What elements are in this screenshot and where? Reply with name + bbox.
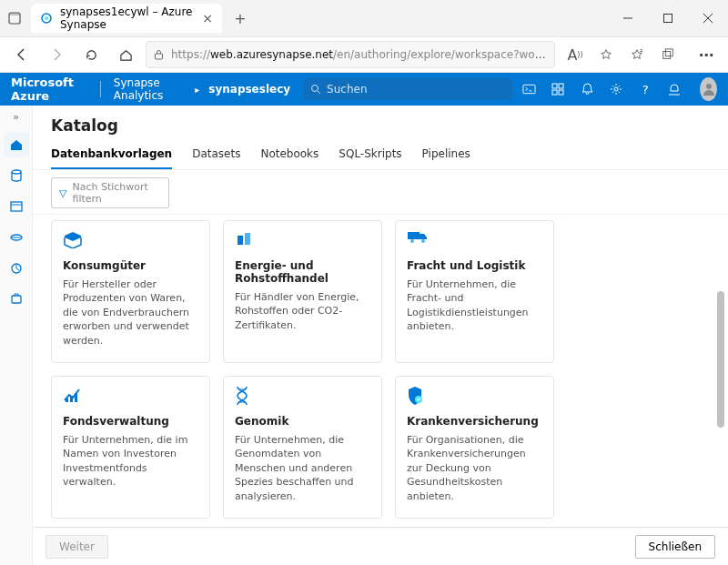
svg-rect-19 bbox=[559, 90, 563, 95]
user-avatar[interactable] bbox=[700, 77, 717, 101]
crumb-service[interactable]: Synapse Analytics bbox=[114, 76, 186, 102]
address-bar[interactable]: https://web.azuresynapse.net/en/authorin… bbox=[146, 41, 555, 68]
card-fondsverwaltung[interactable]: Fondsverwaltung Für Unternehmen, die im … bbox=[51, 376, 210, 519]
global-search[interactable] bbox=[303, 78, 512, 100]
left-rail: » bbox=[0, 106, 33, 565]
filter-placeholder: Nach Stichwort filtern bbox=[72, 181, 161, 205]
svg-rect-23 bbox=[11, 202, 22, 211]
catalog-tabs: Datenbankvorlagen Datasets Notebooks SQL… bbox=[33, 140, 728, 170]
settings-icon[interactable] bbox=[603, 76, 629, 102]
card-fracht[interactable]: Fracht und Logistik Für Unternehmen, die… bbox=[395, 220, 554, 363]
svg-point-22 bbox=[12, 170, 21, 174]
dna-icon bbox=[235, 386, 370, 408]
dialog-footer: Weiter Schließen bbox=[33, 527, 728, 565]
window-titlebar: synapses1ecywl – Azure Synapse × + bbox=[0, 0, 728, 36]
svg-rect-35 bbox=[70, 396, 73, 402]
card-konsumgueter[interactable]: Konsumgüter Für Hersteller oder Produzen… bbox=[51, 220, 210, 363]
search-icon bbox=[310, 84, 321, 95]
tabs-icon[interactable] bbox=[7, 11, 22, 25]
home-button[interactable] bbox=[111, 40, 140, 69]
search-input[interactable] bbox=[327, 83, 505, 96]
svg-rect-16 bbox=[552, 84, 557, 88]
tab-sql-skripts[interactable]: SQL-Skripts bbox=[339, 140, 401, 169]
feedback-icon[interactable] bbox=[662, 76, 687, 102]
notifications-icon[interactable] bbox=[574, 76, 600, 102]
svg-rect-36 bbox=[75, 393, 77, 402]
synapse-favicon-icon bbox=[40, 12, 53, 25]
maximize-button[interactable] bbox=[648, 4, 688, 33]
rail-manage-icon[interactable] bbox=[4, 287, 29, 312]
svg-point-20 bbox=[614, 87, 618, 91]
close-window-button[interactable] bbox=[688, 4, 728, 33]
url-text: https://web.azuresynapse.net/en/authorin… bbox=[171, 48, 547, 61]
keyword-filter[interactable]: ▽ Nach Stichwort filtern bbox=[51, 177, 169, 208]
rail-develop-icon[interactable] bbox=[4, 194, 29, 219]
azure-header: Microsoft Azure Synapse Analytics ▸ syna… bbox=[0, 73, 728, 106]
favorites-list-icon[interactable] bbox=[622, 40, 652, 69]
help-icon[interactable]: ? bbox=[632, 76, 658, 102]
svg-rect-31 bbox=[408, 232, 420, 239]
rail-integrate-icon[interactable] bbox=[4, 225, 29, 250]
divider bbox=[100, 81, 101, 97]
template-cards-grid: Konsumgüter Für Hersteller oder Produzen… bbox=[33, 215, 728, 527]
tab-notebooks[interactable]: Notebooks bbox=[260, 140, 318, 169]
menu-icon[interactable]: ⋯ bbox=[692, 40, 721, 69]
brand-label[interactable]: Microsoft Azure bbox=[11, 76, 87, 103]
tab-datenbankvorlagen[interactable]: Datenbankvorlagen bbox=[51, 140, 172, 169]
chart-icon bbox=[63, 386, 198, 408]
rail-monitor-icon[interactable] bbox=[4, 256, 29, 281]
svg-rect-34 bbox=[66, 399, 68, 402]
page-title: Katalog bbox=[33, 106, 728, 140]
refresh-button[interactable] bbox=[76, 40, 106, 69]
energy-icon bbox=[235, 230, 370, 252]
favorite-icon[interactable] bbox=[592, 40, 621, 69]
crumb-workspace[interactable]: synapseslecy bbox=[208, 83, 290, 96]
svg-rect-29 bbox=[238, 236, 243, 245]
svg-rect-17 bbox=[559, 84, 563, 88]
card-energie[interactable]: Energie- und Rohstoffhandel Für Händler … bbox=[223, 220, 382, 363]
expand-rail-icon[interactable]: » bbox=[13, 111, 19, 123]
svg-rect-15 bbox=[523, 85, 535, 93]
svg-line-14 bbox=[318, 91, 320, 94]
close-tab-icon[interactable]: × bbox=[202, 11, 213, 25]
svg-rect-1 bbox=[9, 13, 20, 15]
svg-rect-28 bbox=[12, 296, 21, 303]
svg-point-32 bbox=[410, 239, 414, 243]
close-button[interactable]: Schließen bbox=[635, 535, 715, 559]
rail-data-icon[interactable] bbox=[4, 163, 29, 188]
chevron-right-icon: ▸ bbox=[195, 85, 199, 95]
read-aloud-icon[interactable]: A)) bbox=[561, 40, 590, 69]
rail-home-icon[interactable] bbox=[4, 132, 29, 157]
minimize-button[interactable] bbox=[608, 4, 648, 33]
svg-point-3 bbox=[45, 16, 48, 20]
directory-switch-icon[interactable] bbox=[545, 76, 571, 102]
tab-datasets[interactable]: Datasets bbox=[192, 140, 240, 169]
scrollbar[interactable] bbox=[717, 218, 724, 523]
forward-button[interactable] bbox=[42, 40, 71, 69]
svg-rect-18 bbox=[552, 90, 557, 95]
svg-point-21 bbox=[706, 84, 712, 89]
svg-rect-8 bbox=[156, 54, 163, 59]
cloud-shell-icon[interactable] bbox=[516, 76, 541, 102]
tab-pipelines[interactable]: Pipelines bbox=[422, 140, 470, 169]
svg-rect-12 bbox=[665, 49, 672, 56]
lock-icon bbox=[154, 49, 164, 60]
card-krankenversicherung[interactable]: Krankenversicherung Für Organisationen, … bbox=[395, 376, 554, 519]
back-button[interactable] bbox=[7, 40, 36, 69]
box-icon bbox=[63, 230, 198, 252]
svg-rect-30 bbox=[245, 233, 250, 245]
scrollbar-thumb[interactable] bbox=[717, 291, 724, 428]
svg-rect-11 bbox=[663, 52, 671, 59]
next-button[interactable]: Weiter bbox=[46, 535, 108, 559]
svg-point-33 bbox=[421, 239, 425, 243]
filter-icon: ▽ bbox=[59, 187, 66, 199]
browser-toolbar: https://web.azuresynapse.net/en/authorin… bbox=[0, 36, 728, 73]
new-tab-button[interactable]: + bbox=[226, 4, 255, 33]
card-genomik[interactable]: Genomik Für Unternehmen, die Genomdaten … bbox=[223, 376, 382, 519]
collections-icon[interactable] bbox=[653, 40, 682, 69]
truck-icon bbox=[407, 230, 542, 252]
tab-title: synapses1ecywl – Azure Synapse bbox=[60, 5, 195, 31]
svg-point-13 bbox=[312, 86, 318, 92]
svg-rect-5 bbox=[664, 15, 672, 23]
browser-tab[interactable]: synapses1ecywl – Azure Synapse × bbox=[31, 4, 222, 33]
